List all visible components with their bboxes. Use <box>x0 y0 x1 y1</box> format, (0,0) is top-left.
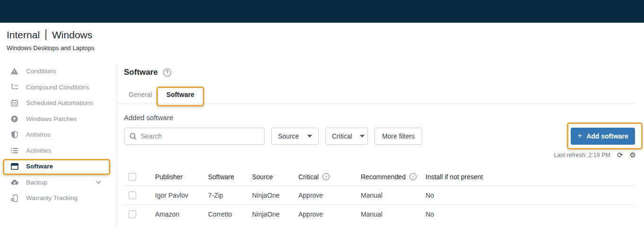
column-header-software: Software <box>203 173 247 181</box>
tab-general[interactable]: General <box>129 91 152 104</box>
sidebar-item-label: Windows Patches <box>26 115 77 122</box>
calendar-icon <box>10 99 18 107</box>
chevron-down-icon <box>360 135 365 138</box>
section-heading-text: Software <box>124 68 158 77</box>
sidebar-item-conditions[interactable]: Conditions <box>0 63 117 79</box>
cell-source: NinjaOne <box>247 210 294 218</box>
window-icon <box>10 163 18 170</box>
add-software-label: Add software <box>586 132 628 140</box>
sidebar-item-label: Activities <box>26 147 51 154</box>
sidebar-item-warranty-tracking[interactable]: Warranty Tracking <box>0 190 117 206</box>
page-subtitle: Windows Desktops and Laptops <box>7 44 95 52</box>
critical-filter-dropdown[interactable]: Critical <box>325 128 368 145</box>
sidebar-item-compound-conditions[interactable]: Compound Conditions <box>0 79 117 96</box>
sidebar-item-label: Scheduled Automations <box>26 99 93 106</box>
search-icon <box>130 133 137 140</box>
select-all-checkbox[interactable] <box>129 173 136 181</box>
table-row: Igor Pavlov 7-Zip NinjaOne Approve Manua… <box>124 186 636 205</box>
refresh-icon[interactable]: ⟳ <box>617 151 623 158</box>
policy-org-name: Internal <box>7 29 40 41</box>
more-filters-button[interactable]: More filters <box>374 128 422 145</box>
list-icon <box>10 147 18 154</box>
column-header-publisher: Publisher <box>150 173 203 181</box>
chevron-down-icon <box>96 181 101 184</box>
document-pin-icon <box>10 194 18 202</box>
search-box[interactable] <box>124 128 265 145</box>
warning-triangle-icon <box>10 68 18 75</box>
search-input[interactable] <box>141 132 260 140</box>
critical-filter-label: Critical <box>332 132 352 140</box>
refresh-bar: Last refresh: 2:19 PM ⟳ ⚙ <box>554 151 636 158</box>
add-software-button[interactable]: + Add software <box>571 128 635 145</box>
sidebar-item-backup[interactable]: Backup <box>0 175 117 191</box>
header-checkbox-cell <box>124 173 150 181</box>
filter-toolbar: Source Critical More filters <box>124 128 422 145</box>
cell-critical: Approve <box>294 210 356 218</box>
sidebar-item-activities[interactable]: Activities <box>0 143 117 159</box>
info-icon[interactable]: i <box>409 173 417 180</box>
sidebar-item-label: Antivirus <box>26 131 51 138</box>
column-header-label: Recommended <box>361 173 406 181</box>
tree-icon <box>10 83 18 91</box>
last-refresh-text: Last refresh: 2:19 PM <box>554 152 610 158</box>
arrow-up-circle-icon <box>10 115 18 122</box>
shield-icon <box>10 131 18 139</box>
cell-install-if-not-present: No <box>421 210 636 218</box>
cell-publisher: Igor Pavlov <box>150 192 203 199</box>
row-checkbox-cell <box>124 192 150 199</box>
info-icon[interactable]: i <box>322 173 330 180</box>
row-checkbox-cell <box>124 210 150 218</box>
cell-source: NinjaOne <box>247 192 294 199</box>
sidebar-item-label: Backup <box>26 179 47 186</box>
sidebar-item-label: Conditions <box>26 68 56 75</box>
tab-software[interactable]: Software <box>166 91 194 104</box>
help-icon[interactable]: ? <box>163 69 171 77</box>
top-navigation-bar <box>0 0 644 23</box>
policy-sidebar: Conditions Compound Conditions Scheduled… <box>0 63 117 206</box>
source-filter-dropdown[interactable]: Source <box>271 128 319 145</box>
added-software-title: Added software <box>124 114 173 122</box>
source-filter-label: Source <box>278 132 299 140</box>
section-heading: Software ? <box>124 68 171 77</box>
cell-recommended: Manual <box>356 192 421 199</box>
row-checkbox[interactable] <box>129 192 136 199</box>
cell-critical: Approve <box>294 192 356 199</box>
sidebar-item-scheduled-automations[interactable]: Scheduled Automations <box>0 95 117 111</box>
cell-install-if-not-present: No <box>421 192 636 199</box>
sidebar-item-label: Software <box>26 163 53 170</box>
cell-publisher: Amazon <box>150 210 203 218</box>
column-header-source: Source <box>247 173 294 181</box>
chevron-down-icon <box>307 135 312 138</box>
column-header-install-if-not-present: Install if not present <box>421 173 636 181</box>
sidebar-item-windows-patches[interactable]: Windows Patches <box>0 111 117 127</box>
table-row: Amazon Corretto NinjaOne Approve Manual … <box>124 205 636 224</box>
sidebar-item-antivirus[interactable]: Antivirus <box>0 127 117 143</box>
tab-bar-divider <box>117 104 636 104</box>
row-checkbox[interactable] <box>129 210 136 218</box>
page-title: Internal | Windows <box>7 28 95 41</box>
policy-name: Windows <box>52 29 92 41</box>
added-software-table: Publisher Software Source Critical i Rec… <box>124 168 636 224</box>
cloud-upload-icon <box>10 178 18 186</box>
sidebar-item-software[interactable]: Software <box>0 158 117 175</box>
title-divider: | <box>44 28 47 41</box>
cell-recommended: Manual <box>356 210 421 218</box>
plus-icon: + <box>577 131 582 140</box>
sidebar-item-label: Warranty Tracking <box>26 194 78 201</box>
sidebar-divider <box>117 64 117 227</box>
table-header-row: Publisher Software Source Critical i Rec… <box>124 168 636 186</box>
gear-icon[interactable]: ⚙ <box>630 151 636 158</box>
cell-software: 7-Zip <box>203 192 247 199</box>
column-header-recommended: Recommended i <box>356 173 421 181</box>
page-header: Internal | Windows Windows Desktops and … <box>7 28 95 52</box>
tab-bar: General Software <box>129 91 194 104</box>
column-header-critical: Critical i <box>294 173 356 181</box>
column-header-label: Critical <box>298 173 319 181</box>
cell-software: Corretto <box>203 210 247 218</box>
policy-editor-page: Internal | Windows Windows Desktops and … <box>0 0 644 227</box>
sidebar-item-label: Compound Conditions <box>26 84 89 91</box>
